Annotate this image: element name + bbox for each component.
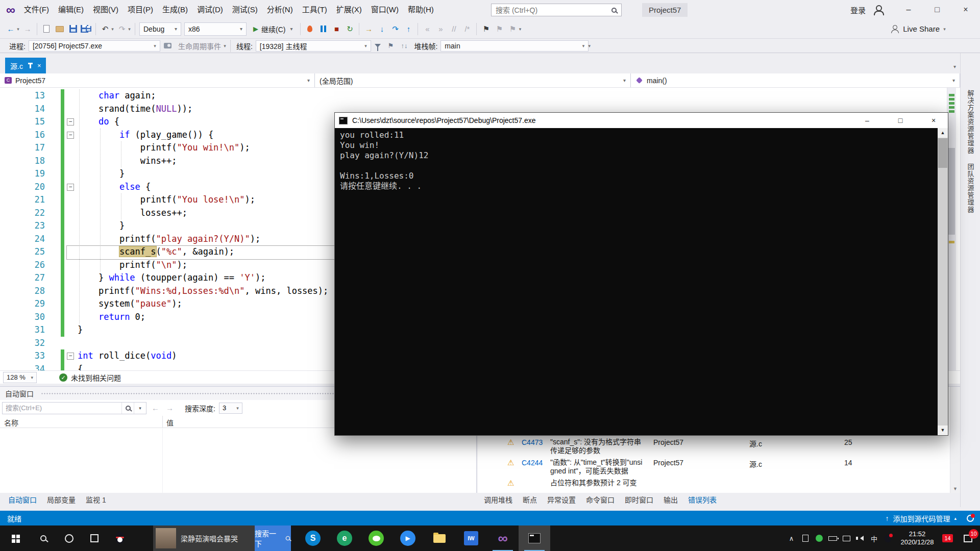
stop-debugging-icon[interactable]: ■: [330, 22, 342, 36]
document-health-indicator[interactable]: ✓ 未找到相关问题: [59, 372, 121, 383]
menu-item-12[interactable]: 帮助(H): [403, 0, 438, 19]
ime-indicator[interactable]: 中: [867, 525, 881, 551]
outdent-icon[interactable]: «: [421, 22, 433, 36]
previous-bookmark-icon[interactable]: ⚑: [493, 22, 505, 36]
autos-search-input[interactable]: [3, 404, 121, 412]
solution-explorer-tab[interactable]: 解决方案资源管理器: [966, 90, 975, 154]
battery-tray-icon[interactable]: [826, 525, 840, 551]
qq-tray-icon[interactable]: [881, 525, 895, 551]
pin-icon[interactable]: [28, 63, 33, 69]
solution-platform-dropdown[interactable]: x86 ▾: [184, 22, 247, 36]
iw-app-taskbar-button[interactable]: IW: [455, 525, 487, 551]
file-explorer-taskbar-button[interactable]: [424, 525, 455, 551]
show-hidden-icons-chevron[interactable]: ∧: [785, 525, 798, 551]
error-code[interactable]: C4473: [522, 438, 543, 446]
code-line-13[interactable]: 13 char again;: [0, 89, 946, 103]
console-scrollbar[interactable]: ▲ ▼: [938, 128, 948, 435]
stack-frame-dropdown[interactable]: main ▾: [440, 40, 589, 52]
taskbar-search-button[interactable]: [31, 525, 56, 551]
lifecycle-events-label[interactable]: 生命周期事件: [178, 41, 221, 51]
minimize-button[interactable]: –: [894, 0, 923, 19]
video-app-taskbar-button[interactable]: ▶: [392, 525, 424, 551]
lifecycle-events-icon[interactable]: [164, 43, 172, 48]
restart-icon[interactable]: ↻: [344, 22, 356, 36]
taskbar-clock[interactable]: 21:52 2020/12/28: [895, 530, 940, 546]
error-row-2[interactable]: ⚠C4244"函数": 从"time_t"转换到"unsigned int"，可…: [478, 457, 949, 477]
break-all-icon[interactable]: [317, 22, 329, 36]
notes-tray-icon[interactable]: [798, 525, 812, 551]
panel-tab-right-3[interactable]: 异常设置: [542, 493, 581, 507]
quick-search-box[interactable]: [491, 4, 622, 16]
next-bookmark-icon[interactable]: ⚑: [506, 22, 519, 36]
navigate-forward-icon[interactable]: →: [21, 22, 34, 36]
search-options-icon[interactable]: ▾: [134, 403, 146, 414]
menu-item-7[interactable]: 测试(S): [228, 0, 262, 19]
close-tab-icon[interactable]: ×: [37, 62, 41, 69]
sign-in-link[interactable]: 登录: [850, 5, 866, 15]
continue-button[interactable]: ▶ 继续(C) ▾: [250, 22, 296, 36]
console-body[interactable]: you rolled:11You win!play again?(Y/N)12 …: [335, 128, 948, 435]
member-dropdown[interactable]: main() ▾: [631, 73, 960, 87]
process-dropdown[interactable]: [20756] Project57.exe ▾: [29, 40, 160, 52]
search-go-button[interactable]: 搜索一下: [255, 525, 291, 551]
panel-tab-right-4[interactable]: 命令窗口: [581, 493, 620, 507]
zoom-dropdown[interactable]: 128 % ▾: [3, 372, 37, 383]
fold-collapse-icon[interactable]: −: [67, 184, 74, 191]
error-list-scrollbar[interactable]: ▼: [950, 387, 960, 493]
scope-dropdown[interactable]: (全局范围) ▾: [315, 73, 631, 87]
security-shield-tray-icon[interactable]: [812, 525, 826, 551]
console-close-button[interactable]: ×: [919, 113, 948, 128]
column-value-header[interactable]: 值: [166, 417, 174, 428]
toolbar-overflow-icon[interactable]: ▾: [518, 22, 522, 36]
undo-dropdown-icon[interactable]: ▾: [110, 22, 115, 36]
action-center-button[interactable]: 10: [955, 525, 980, 551]
notifications-icon[interactable]: [967, 515, 974, 522]
search-forward-icon[interactable]: →: [164, 404, 175, 412]
uncomment-selection-icon[interactable]: /*: [461, 22, 473, 36]
solution-configuration-dropdown[interactable]: Debug ▾: [139, 22, 181, 36]
autos-search-box[interactable]: ▾: [2, 402, 146, 414]
autos-body[interactable]: [0, 429, 476, 493]
save-all-icon[interactable]: [80, 22, 92, 36]
live-share-button[interactable]: Live Share ▾: [891, 22, 947, 36]
fold-collapse-icon[interactable]: −: [67, 132, 74, 139]
console-maximize-button[interactable]: □: [886, 113, 915, 128]
search-back-icon[interactable]: ←: [150, 404, 161, 412]
qq-taskbar-button[interactable]: [107, 525, 133, 551]
toggle-flagged-threads-icon[interactable]: ⚑: [388, 42, 394, 49]
menu-item-10[interactable]: 扩展(X): [332, 0, 366, 19]
console-taskbar-button[interactable]: [519, 525, 550, 551]
skype-taskbar-button[interactable]: S: [297, 525, 329, 551]
tab-source-c[interactable]: 源.c ×: [5, 58, 46, 73]
hot-reload-icon[interactable]: [304, 22, 316, 36]
indent-icon[interactable]: »: [434, 22, 447, 36]
step-into-icon[interactable]: ↓: [376, 22, 388, 36]
start-button[interactable]: [0, 525, 31, 551]
maximize-button[interactable]: □: [923, 0, 951, 19]
error-row-3[interactable]: ⚠占位符和其参数预计 2 可变: [478, 477, 949, 489]
close-button[interactable]: ×: [951, 0, 980, 19]
comment-selection-icon[interactable]: //: [448, 22, 460, 36]
calendar-badge[interactable]: 14: [942, 534, 953, 542]
menu-item-1[interactable]: 文件(F): [19, 0, 54, 19]
menu-item-6[interactable]: 调试(D): [192, 0, 228, 19]
filter-threads-icon[interactable]: [375, 44, 381, 47]
column-name-header[interactable]: 名称: [4, 417, 18, 428]
task-view-button[interactable]: [82, 525, 107, 551]
news-search-widget[interactable]: 梁静茹演唱会暴哭: [153, 525, 255, 551]
save-icon[interactable]: [67, 22, 79, 36]
console-window[interactable]: C:\Users\dzt\source\repos\Project57\Debu…: [334, 112, 948, 436]
menu-item-4[interactable]: 项目(P): [123, 0, 158, 19]
project-dropdown[interactable]: C Project57 ▾: [0, 73, 315, 87]
bookmark-icon[interactable]: ⚑: [480, 22, 492, 36]
menu-item-3[interactable]: 视图(V): [88, 0, 123, 19]
toolbar-overflow-icon[interactable]: ▾: [587, 39, 592, 53]
browser-taskbar-button[interactable]: e: [329, 525, 360, 551]
redo-dropdown-icon[interactable]: ▾: [127, 22, 132, 36]
menu-item-11[interactable]: 窗口(W): [366, 0, 403, 19]
search-depth-dropdown[interactable]: 3 ▾: [219, 403, 242, 414]
source-control-button[interactable]: ↑ 添加到源代码管理 ▴: [885, 513, 957, 523]
redo-icon[interactable]: ↷: [116, 22, 128, 36]
navigate-back-dropdown-icon[interactable]: ▾: [16, 22, 20, 36]
network-tray-icon[interactable]: [840, 525, 853, 551]
